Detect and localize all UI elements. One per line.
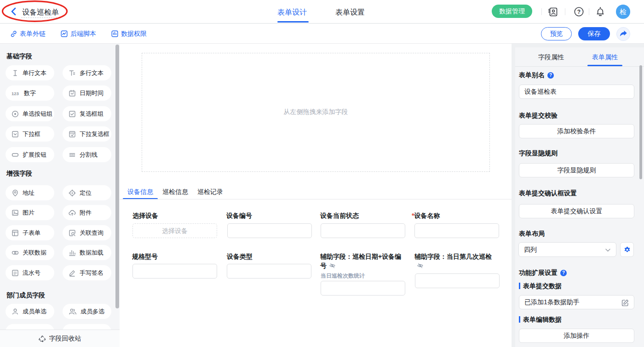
svg-text:?: ? (577, 9, 581, 15)
svg-text:123: 123 (12, 91, 19, 96)
